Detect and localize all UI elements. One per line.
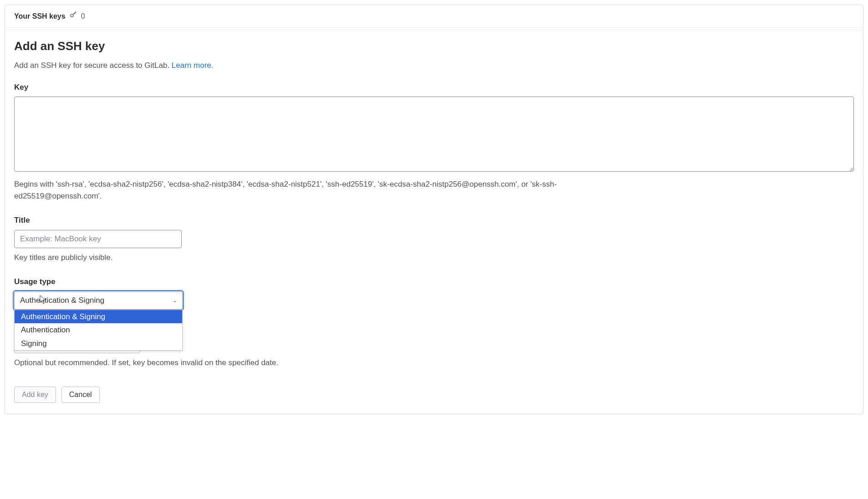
section-heading: Add an SSH key bbox=[14, 37, 854, 55]
form-buttons: Add key Cancel bbox=[14, 387, 854, 403]
key-icon bbox=[69, 10, 77, 22]
expiration-help-text: Optional but recommended. If set, key be… bbox=[14, 357, 606, 369]
usage-type-selected-value: Authentication & Signing bbox=[20, 295, 104, 306]
key-textarea[interactable] bbox=[14, 97, 854, 172]
title-input[interactable] bbox=[14, 230, 182, 248]
section-description: Add an SSH key for secure access to GitL… bbox=[14, 60, 854, 71]
key-label: Key bbox=[14, 81, 854, 93]
usage-type-dropdown: Authentication & Signing Authentication … bbox=[14, 310, 183, 351]
ssh-keys-panel: Your SSH keys 0 Add an SSH key Add an SS… bbox=[5, 5, 863, 414]
learn-more-link[interactable]: Learn more bbox=[172, 61, 211, 70]
usage-option-signing[interactable]: Signing bbox=[15, 337, 182, 351]
key-help-text: Begins with 'ssh-rsa', 'ecdsa-sha2-nistp… bbox=[14, 178, 606, 202]
add-ssh-key-card: Add an SSH key Add an SSH key for secure… bbox=[5, 30, 863, 414]
description-text: Add an SSH key for secure access to GitL… bbox=[14, 61, 172, 70]
title-help-text: Key titles are publicly visible. bbox=[14, 252, 606, 264]
usage-type-label: Usage type bbox=[14, 276, 854, 288]
usage-option-authentication[interactable]: Authentication bbox=[15, 323, 182, 337]
keys-count: 0 bbox=[81, 11, 85, 22]
usage-type-select[interactable]: Authentication & Signing bbox=[14, 291, 183, 310]
panel-header: Your SSH keys 0 bbox=[5, 5, 863, 28]
panel-title: Your SSH keys bbox=[14, 11, 66, 22]
description-suffix: . bbox=[211, 61, 214, 70]
title-label: Title bbox=[14, 214, 854, 226]
cancel-button[interactable]: Cancel bbox=[61, 387, 100, 403]
add-key-button[interactable]: Add key bbox=[14, 387, 56, 403]
usage-type-select-wrap: Authentication & Signing ⌄ Authenticatio… bbox=[14, 291, 183, 310]
svg-line-2 bbox=[75, 12, 76, 13]
svg-line-3 bbox=[74, 13, 75, 14]
usage-option-auth-signing[interactable]: Authentication & Signing bbox=[15, 310, 182, 324]
